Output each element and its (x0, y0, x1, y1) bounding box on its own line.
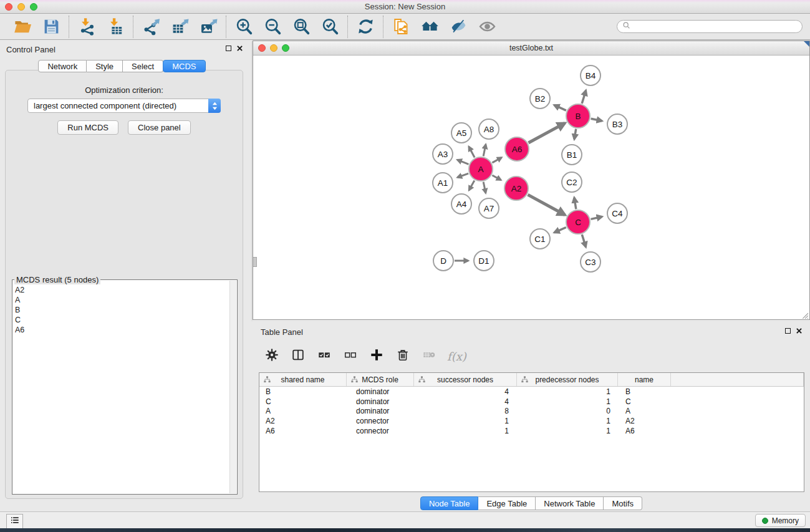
refresh-button[interactable] (355, 16, 376, 37)
node-A3[interactable]: A3 (432, 143, 453, 165)
cell[interactable]: dominator (347, 407, 414, 417)
node-A7[interactable]: A7 (478, 198, 499, 219)
cell[interactable]: A2 (618, 416, 671, 426)
node-C[interactable]: C (566, 210, 591, 235)
tab-edge-table[interactable]: Edge Table (478, 496, 536, 510)
node-D[interactable]: D (433, 250, 454, 271)
open-session-button[interactable] (12, 16, 33, 37)
cell[interactable]: 1 (517, 416, 618, 426)
tab-mcds[interactable]: MCDS (163, 60, 205, 72)
edge-A-A6[interactable] (492, 158, 501, 163)
tab-select[interactable]: Select (123, 60, 163, 72)
column-header-successor-nodes[interactable]: successor nodes (414, 373, 517, 386)
cell[interactable]: 1 (517, 397, 618, 407)
home-view-button[interactable] (419, 16, 440, 37)
edge-B-B4[interactable] (582, 90, 586, 104)
search-field[interactable] (617, 20, 803, 33)
show-hide-button[interactable] (476, 16, 498, 37)
cell[interactable]: 1 (414, 426, 517, 436)
cell[interactable]: dominator (347, 387, 414, 397)
tab-network-table[interactable]: Network Table (536, 496, 604, 510)
zoom-in-button[interactable] (233, 16, 254, 37)
node-A4[interactable]: A4 (451, 193, 472, 215)
cell[interactable]: A2 (259, 416, 347, 426)
resize-grip[interactable] (801, 311, 809, 319)
delete-column-button[interactable] (421, 348, 437, 364)
edge-B-B2[interactable] (554, 105, 566, 110)
edge-A-A2[interactable] (492, 175, 501, 180)
import-table-button[interactable] (105, 16, 126, 37)
cell[interactable]: 1 (517, 426, 618, 436)
cell[interactable]: 1 (414, 416, 517, 426)
mcds-result-item[interactable]: A2 (15, 285, 228, 295)
cell[interactable]: dominator (347, 397, 414, 407)
table-row[interactable]: Adominator80A (259, 407, 804, 417)
column-header-name[interactable]: name (618, 373, 671, 386)
edge-B-B3[interactable] (591, 118, 602, 121)
close-panel-icon[interactable] (237, 46, 243, 51)
edge-C-C3[interactable] (582, 235, 586, 247)
settings-button[interactable] (264, 348, 280, 364)
export-table-button[interactable] (169, 16, 190, 37)
network-canvas[interactable]: B4B2BB3A5A8A6A3B1AA1C2A2A4A7CC4C1C3DD1 (253, 56, 809, 319)
node-C1[interactable]: C1 (529, 228, 551, 249)
column-header-MCDS-role[interactable]: MCDS role (347, 373, 414, 386)
edge-A-A4[interactable] (469, 180, 475, 190)
mcds-result-item[interactable]: A (15, 295, 228, 305)
columns-button[interactable] (290, 348, 306, 364)
tab-style[interactable]: Style (87, 60, 123, 72)
style-preview-button[interactable] (448, 16, 469, 37)
memory-button[interactable]: Memory (755, 514, 806, 527)
node-A5[interactable]: A5 (451, 122, 472, 143)
edge-A-A3[interactable] (457, 160, 468, 164)
run-mcds-button[interactable]: Run MCDS (57, 120, 118, 135)
cell[interactable]: 1 (517, 387, 618, 397)
zoom-out-button[interactable] (262, 16, 283, 37)
import-network-button[interactable] (76, 16, 97, 37)
delete-row-button[interactable] (395, 348, 411, 364)
cell[interactable]: connector (347, 426, 414, 436)
node-A[interactable]: A (468, 157, 493, 181)
deselect-all-button[interactable] (342, 348, 359, 364)
node-A1[interactable]: A1 (432, 172, 453, 193)
edge-A-A8[interactable] (483, 145, 486, 157)
table-row[interactable]: Cdominator41C (259, 397, 804, 407)
float-table-panel-icon[interactable] (785, 328, 791, 334)
edge-A-A7[interactable] (483, 182, 486, 193)
cell[interactable]: 4 (414, 397, 517, 407)
cell[interactable]: B (618, 387, 671, 397)
tab-node-table[interactable]: Node Table (420, 496, 479, 510)
select-all-button[interactable] (316, 348, 332, 364)
export-image-button[interactable] (198, 16, 219, 37)
cell[interactable]: 0 (517, 407, 618, 417)
node-A6[interactable]: A6 (504, 137, 529, 162)
node-B1[interactable]: B1 (561, 144, 582, 165)
edge-A-A5[interactable] (469, 147, 475, 158)
node-C4[interactable]: C4 (607, 203, 628, 224)
edge-C-C4[interactable] (591, 216, 602, 219)
edge-A2-C[interactable] (528, 195, 565, 215)
cell[interactable]: C (259, 397, 347, 407)
export-network-button[interactable] (140, 16, 162, 37)
criterion-select[interactable]: largest connected component (directed) (27, 99, 221, 113)
node-B[interactable]: B (566, 104, 591, 128)
search-input[interactable] (631, 22, 797, 31)
float-panel-icon[interactable] (226, 46, 231, 51)
node-C2[interactable]: C2 (561, 172, 582, 193)
column-header-predecessor-nodes[interactable]: predecessor nodes (517, 373, 618, 386)
cell[interactable]: connector (347, 416, 414, 426)
zoom-fit-button[interactable] (291, 16, 312, 37)
edge-C-C2[interactable] (574, 198, 576, 210)
tab-motifs[interactable]: Motifs (604, 496, 642, 510)
cell[interactable]: A6 (259, 426, 347, 436)
node-C3[interactable]: C3 (580, 251, 601, 273)
task-history-button[interactable] (6, 514, 23, 529)
table-row[interactable]: Bdominator41B (259, 387, 804, 397)
table-row[interactable]: A6connector11A6 (259, 426, 804, 436)
node-A8[interactable]: A8 (478, 118, 499, 140)
result-scrollbar[interactable] (229, 281, 236, 493)
cell[interactable]: 4 (414, 387, 517, 397)
cell[interactable]: A6 (618, 426, 671, 436)
close-table-panel-icon[interactable] (796, 328, 802, 334)
add-row-button[interactable] (369, 348, 385, 364)
